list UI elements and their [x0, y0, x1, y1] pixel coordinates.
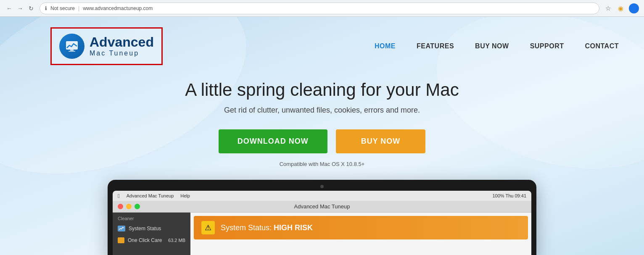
sidebar-item-one-click-care[interactable]: One Click Care 63.2 MB: [113, 234, 190, 246]
reload-button[interactable]: ↻: [27, 4, 35, 13]
mac-frame:  Advanced Mac Tuneup Help 100% Thu 09:4…: [108, 180, 536, 255]
status-text: System Status: HIGH RISK: [221, 223, 313, 232]
logo-subtitle: Mac Tuneup: [90, 50, 154, 57]
camera-dot: [113, 185, 531, 188]
hero-section: A little spring cleaning for your Mac Ge…: [0, 76, 644, 176]
one-click-care-icon: [118, 237, 124, 243]
svg-rect-1: [70, 50, 74, 51]
app-window: Advanced Mac Tuneup Cleaner System Statu…: [113, 201, 531, 255]
app-titlebar: Advanced Mac Tuneup: [113, 201, 531, 213]
menu-right-info: 100% Thu 09:41: [492, 193, 526, 198]
buy-now-button[interactable]: BUY NOW: [336, 129, 426, 153]
warning-icon: ⚠: [201, 221, 215, 234]
rss-icon[interactable]: ◉: [616, 4, 625, 13]
app-sidebar: Cleaner System Status One Click Care: [113, 213, 190, 255]
sidebar-section-label: Cleaner: [113, 213, 190, 223]
download-now-button[interactable]: DOWNLOAD NOW: [219, 129, 327, 153]
app-main-content: ⚠ System Status: HIGH RISK: [190, 213, 531, 255]
security-label: Not secure: [50, 5, 75, 11]
site-nav: HOME FEATURES BUY NOW SUPPORT CONTACT: [375, 42, 619, 50]
hero-buttons: DOWNLOAD NOW BUY NOW: [0, 129, 644, 153]
sidebar-system-status-label: System Status: [129, 226, 161, 231]
nav-contact[interactable]: CONTACT: [585, 42, 619, 50]
hero-subtitle: Get rid of clutter, unwanted files, cook…: [0, 106, 644, 115]
forward-button[interactable]: →: [16, 4, 24, 13]
avatar[interactable]: [629, 3, 639, 13]
security-indicator: ℹ: [45, 5, 47, 11]
logo-container[interactable]: Advanced Mac Tuneup: [50, 27, 163, 65]
nav-support[interactable]: SUPPORT: [530, 42, 564, 50]
nav-buy-now[interactable]: BUY NOW: [475, 42, 509, 50]
one-click-size: 63.2 MB: [168, 238, 185, 243]
nav-buttons: ← → ↻: [5, 4, 35, 13]
browser-right-icons: ☆ ◉: [604, 3, 639, 13]
status-level: HIGH RISK: [274, 223, 313, 232]
star-icon[interactable]: ☆: [604, 4, 612, 13]
help-menu: Help: [180, 193, 190, 198]
close-button[interactable]: [118, 204, 123, 209]
url-display: www.advancedmactuneup.com: [83, 5, 153, 11]
apple-logo: : [118, 193, 120, 199]
traffic-lights: [118, 204, 140, 209]
mac-screenshot-container:  Advanced Mac Tuneup Help 100% Thu 09:4…: [0, 180, 644, 255]
app-body: Cleaner System Status One Click Care: [113, 213, 531, 255]
app-menu-name: Advanced Mac Tuneup: [127, 193, 174, 198]
minimize-button[interactable]: [126, 204, 132, 209]
logo-text: Advanced Mac Tuneup: [90, 35, 154, 57]
mac-screen:  Advanced Mac Tuneup Help 100% Thu 09:4…: [113, 191, 531, 255]
app-window-title: Advanced Mac Tuneup: [294, 203, 350, 210]
sidebar-one-click-label: One Click Care: [128, 237, 162, 243]
nav-home[interactable]: HOME: [375, 42, 396, 50]
hero-title: A little spring cleaning for your Mac: [0, 80, 644, 100]
mac-menubar-right: 100% Thu 09:41: [492, 193, 526, 198]
mac-menubar:  Advanced Mac Tuneup Help 100% Thu 09:4…: [113, 191, 531, 201]
site-header: Advanced Mac Tuneup HOME FEATURES BUY NO…: [0, 17, 644, 76]
mac-menubar-left:  Advanced Mac Tuneup Help: [118, 193, 190, 199]
svg-rect-2: [69, 51, 75, 52]
back-button[interactable]: ←: [5, 4, 13, 13]
logo-icon: [59, 34, 84, 59]
status-banner: ⚠ System Status: HIGH RISK: [194, 216, 528, 239]
address-bar[interactable]: ℹ Not secure | www.advancedmactuneup.com: [40, 3, 599, 14]
maximize-button[interactable]: [135, 204, 140, 209]
status-prefix: System Status:: [221, 223, 274, 232]
nav-features[interactable]: FEATURES: [417, 42, 454, 50]
system-status-icon: [118, 226, 125, 231]
browser-chrome: ← → ↻ ℹ Not secure | www.advancedmactune…: [0, 0, 644, 17]
website-content: Advanced Mac Tuneup HOME FEATURES BUY NO…: [0, 17, 644, 255]
sidebar-item-system-status[interactable]: System Status: [113, 223, 190, 234]
logo-title: Advanced: [90, 35, 154, 49]
compatibility-text: Compatible with Mac OS X 10.8.5+: [0, 161, 644, 167]
